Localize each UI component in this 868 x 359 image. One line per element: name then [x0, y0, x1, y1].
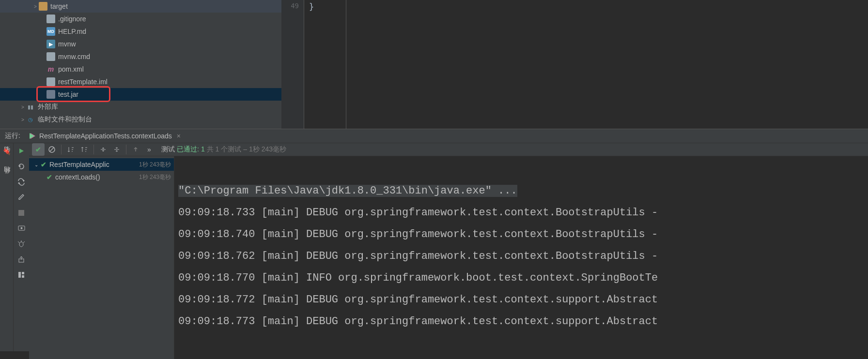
check-icon: ✔	[46, 173, 52, 181]
tree-item[interactable]: restTemplate.iml	[0, 75, 281, 88]
chevron-right-icon[interactable]: >	[20, 117, 25, 122]
expand-all-button[interactable]	[97, 143, 109, 156]
console-line: 09:09:18.770 [main] INFO org.springframe…	[178, 267, 868, 289]
chevron-down-icon[interactable]: ⌄	[34, 162, 39, 167]
layout-button[interactable]	[16, 269, 27, 281]
check-icon: ✔	[41, 161, 46, 168]
run-tab[interactable]: RestTemplateApplicationTests.contextLoad…	[25, 129, 185, 143]
tree-item-label: pom.xml	[58, 65, 84, 73]
show-ignored-button[interactable]	[46, 143, 58, 156]
debug-icon[interactable]	[16, 238, 27, 250]
tree-item[interactable]: MDHELP.md	[0, 25, 281, 38]
prev-failed-button[interactable]	[129, 143, 142, 156]
separator	[61, 145, 62, 154]
toggle-auto-test-button[interactable]	[16, 176, 27, 188]
tree-item[interactable]: >target	[0, 0, 281, 13]
test-child-node[interactable]: ✔ contextLoads() 1秒 243毫秒	[29, 171, 174, 183]
tree-item[interactable]: mpom.xml	[0, 63, 281, 75]
more-button[interactable]: »	[143, 143, 155, 156]
svg-marker-5	[18, 182, 19, 184]
tree-item-label: target	[50, 2, 68, 10]
separator	[93, 145, 94, 154]
svg-marker-2	[19, 149, 24, 153]
test-node-time: 1秒 243毫秒	[139, 173, 171, 181]
run-tool-header: 运行: RestTemplateApplicationTests.context…	[0, 129, 868, 143]
sort-button[interactable]	[64, 143, 77, 156]
tree-item[interactable]: mvnw.cmd	[0, 50, 281, 63]
test-node-label: RestTemplateApplic	[49, 161, 109, 168]
run-tab-title: RestTemplateApplicationTests.contextLoad…	[39, 132, 172, 140]
show-passed-button[interactable]: ✔	[32, 143, 45, 156]
tree-item-label: test.jar	[58, 90, 78, 98]
svg-marker-1	[30, 133, 34, 139]
rerun-button[interactable]	[16, 145, 27, 157]
stop-button[interactable]	[16, 207, 27, 219]
structure-icon: ⧉	[2, 167, 11, 176]
tree-item-label: mvnw	[58, 40, 76, 48]
tree-item[interactable]: ▶mvnw	[0, 38, 281, 50]
ide-left-sidebar: 书签 🔖 结构 ⧉	[0, 143, 14, 351]
close-icon[interactable]: ×	[177, 132, 181, 140]
console-output[interactable]: "C:\Program Files\Java\jdk1.8.0_331\bin\…	[174, 156, 868, 359]
sort-alpha-button[interactable]	[78, 143, 91, 156]
svg-line-11	[18, 241, 19, 243]
run-toolbar-vertical	[14, 143, 29, 351]
tree-item[interactable]: >▮▮外部库	[0, 101, 281, 113]
tree-item[interactable]: test.jar	[0, 88, 281, 101]
project-tree[interactable]: >target.gitignoreMDHELP.md▶mvnwmvnw.cmdm…	[0, 0, 281, 129]
file-icon: ◷	[26, 115, 35, 124]
collapse-all-button[interactable]	[110, 143, 123, 156]
file-icon: MD	[46, 27, 55, 36]
run-label: 运行:	[5, 132, 20, 140]
svg-point-9	[19, 242, 23, 247]
file-icon: m	[46, 65, 55, 74]
settings-icon[interactable]	[16, 192, 27, 203]
svg-point-8	[20, 227, 22, 229]
structure-tool[interactable]: 结构 ⧉	[1, 165, 12, 181]
test-toolbar: ✔ » 测试 已通过: 1共 1 个测试 – 1秒 243毫秒	[29, 143, 868, 156]
file-icon: ▮▮	[26, 103, 35, 111]
console-line: 09:09:18.762 [main] DEBUG org.springfram…	[178, 245, 868, 267]
svg-rect-6	[18, 210, 24, 216]
tree-item[interactable]: >◷临时文件和控制台	[0, 113, 281, 126]
test-node-label: contextLoads()	[55, 173, 100, 181]
chevron-right-icon[interactable]: >	[20, 105, 25, 110]
file-icon	[46, 90, 55, 99]
console-line: 09:09:18.772 [main] DEBUG org.springfram…	[178, 289, 868, 311]
console-command: "C:\Program Files\Java\jdk1.8.0_331\bin\…	[178, 185, 517, 197]
export-button[interactable]	[16, 254, 27, 265]
svg-rect-15	[22, 272, 24, 274]
file-icon: ▶	[46, 40, 55, 48]
tree-item-label: mvnw.cmd	[58, 53, 90, 60]
svg-rect-16	[22, 275, 24, 278]
file-icon	[46, 52, 55, 61]
dump-thread-button[interactable]	[16, 223, 27, 234]
bookmark-icon: 🔖	[3, 148, 10, 156]
tree-item[interactable]: .gitignore	[0, 13, 281, 25]
console-lines: 09:09:18.733 [main] DEBUG org.springfram…	[178, 202, 868, 332]
console-line: 09:09:18.740 [main] DEBUG org.springfram…	[178, 224, 868, 245]
code-text: }	[309, 2, 314, 12]
tree-item-label: restTemplate.iml	[58, 78, 108, 86]
editor-margin-line	[346, 0, 346, 129]
editor-gutter: 49	[281, 0, 304, 129]
svg-line-12	[23, 241, 25, 243]
file-icon	[46, 77, 55, 86]
tree-item-label: HELP.md	[58, 28, 86, 35]
rerun-failed-button[interactable]	[16, 161, 27, 172]
tree-item-label: 外部库	[38, 103, 58, 111]
svg-rect-14	[18, 272, 21, 278]
svg-line-18	[50, 148, 54, 151]
bookmarks-tool[interactable]: 书签 🔖	[1, 145, 12, 161]
test-tree[interactable]: ⌄ ✔ RestTemplateApplic 1秒 243毫秒 ✔ contex…	[29, 156, 174, 359]
svg-marker-4	[23, 180, 25, 182]
console-line: 09:09:18.733 [main] DEBUG org.springfram…	[178, 202, 868, 224]
tree-item-label: .gitignore	[58, 15, 86, 23]
test-status-text: 测试 已通过: 1共 1 个测试 – 1秒 243毫秒	[161, 145, 286, 154]
chevron-right-icon[interactable]: >	[33, 4, 38, 9]
editor-area[interactable]: }	[304, 0, 868, 129]
test-node-time: 1秒 243毫秒	[139, 161, 171, 169]
console-line: 09:09:18.773 [main] DEBUG org.springfram…	[178, 311, 868, 332]
test-root-node[interactable]: ⌄ ✔ RestTemplateApplic 1秒 243毫秒	[29, 158, 174, 171]
separator	[126, 145, 126, 154]
